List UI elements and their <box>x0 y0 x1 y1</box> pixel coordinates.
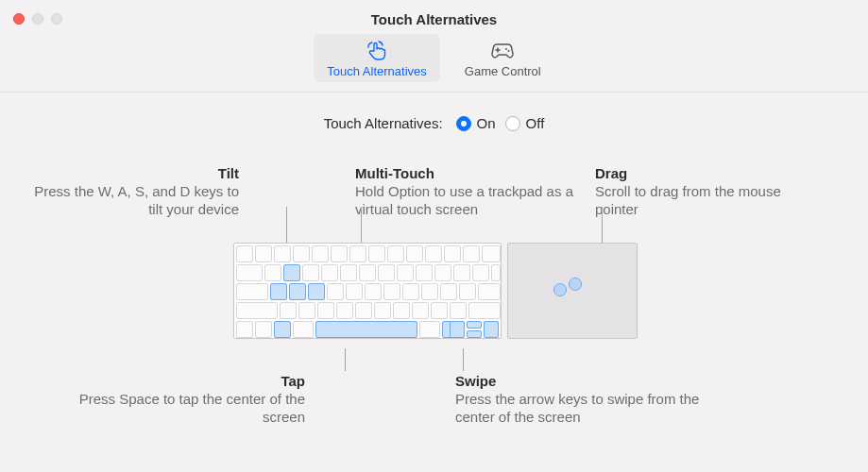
desc-body: Press Space to tap the center of the scr… <box>78 391 305 427</box>
connector-line <box>463 348 464 371</box>
trackpad-illustration <box>507 243 638 339</box>
touch-point-icon <box>553 283 567 296</box>
connector-line <box>345 348 346 371</box>
toolbar-tabs: Touch Alternatives Game Control <box>0 26 868 93</box>
radio-on-label: On <box>477 115 496 131</box>
desc-drag: Drag Scroll to drag from the mouse point… <box>595 165 784 218</box>
desc-swipe: Swipe Press the arrow keys to swipe from… <box>455 373 710 426</box>
desc-title: Tap <box>78 373 305 391</box>
radio-off[interactable]: Off <box>505 115 545 131</box>
traffic-lights <box>13 13 62 25</box>
svg-point-1 <box>508 50 510 52</box>
titlebar: Touch Alternatives <box>0 0 868 26</box>
close-icon[interactable] <box>13 13 25 25</box>
keyboard-trackpad-diagram <box>233 243 638 339</box>
tab-game-control[interactable]: Game Control <box>451 34 554 82</box>
desc-body: Hold Option to use a trackpad as a virtu… <box>355 183 582 219</box>
desc-body: Press the arrow keys to swipe from the c… <box>455 391 710 427</box>
arrow-keys-icon <box>450 321 499 338</box>
radio-on[interactable]: On <box>456 115 496 131</box>
game-controller-icon <box>490 40 515 62</box>
desc-body: Press the W, A, S, and D keys to tilt yo… <box>22 183 239 219</box>
content: Touch Alternatives: On Off Tilt Press th… <box>0 93 868 472</box>
desc-multi-touch: Multi-Touch Hold Option to use a trackpa… <box>355 165 582 218</box>
desc-title: Tilt <box>22 165 239 183</box>
desc-title: Multi-Touch <box>355 165 582 183</box>
touch-point-icon <box>569 278 582 291</box>
description-diagram: Tilt Press the W, A, S, and D keys to ti… <box>47 165 821 472</box>
tab-label: Game Control <box>465 64 541 78</box>
touch-alternatives-radio-group: Touch Alternatives: On Off <box>47 115 821 131</box>
radio-off-label: Off <box>526 115 545 131</box>
desc-title: Drag <box>595 165 784 183</box>
radio-group-label: Touch Alternatives: <box>324 115 443 131</box>
desc-tap: Tap Press Space to tap the center of the… <box>78 373 305 426</box>
tab-label: Touch Alternatives <box>327 64 427 78</box>
desc-body: Scroll to drag from the mouse pointer <box>595 183 784 219</box>
keyboard-illustration <box>233 243 502 339</box>
radio-dot-icon <box>456 116 471 131</box>
desc-title: Swipe <box>455 373 710 391</box>
tab-touch-alternatives[interactable]: Touch Alternatives <box>314 34 440 82</box>
touch-hand-icon <box>366 40 388 62</box>
svg-point-0 <box>505 48 507 50</box>
radio-dot-icon <box>505 116 520 131</box>
zoom-icon <box>51 13 62 25</box>
minimize-icon <box>32 13 43 25</box>
desc-tilt: Tilt Press the W, A, S, and D keys to ti… <box>22 165 239 218</box>
window-title: Touch Alternatives <box>0 11 868 27</box>
